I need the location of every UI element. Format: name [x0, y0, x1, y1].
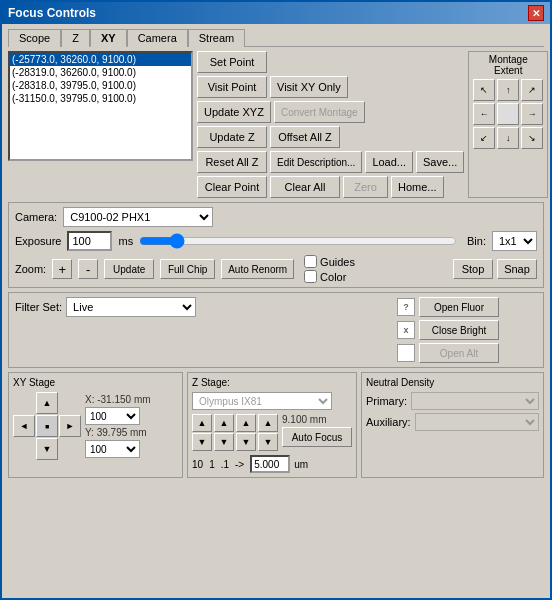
exposure-slider[interactable] — [139, 233, 457, 249]
tab-stream[interactable]: Stream — [188, 29, 245, 47]
montage-arrow-center[interactable] — [497, 103, 519, 125]
z-down-3[interactable]: ▼ — [236, 433, 256, 451]
exposure-label: Exposure — [15, 235, 61, 247]
zoom-plus-button[interactable]: + — [52, 259, 72, 279]
auxiliary-label: Auxiliary: — [366, 416, 411, 428]
color-checkbox[interactable] — [304, 270, 317, 283]
z-up-3[interactable]: ▲ — [236, 414, 256, 432]
tab-z[interactable]: Z — [61, 29, 90, 47]
primary-select[interactable] — [411, 392, 539, 410]
z-up-1[interactable]: ▲ — [192, 414, 212, 432]
exposure-input[interactable] — [67, 231, 112, 251]
montage-extent-panel: Montage Extent ↖ ↑ ↗ ← → ↙ ↓ ↘ — [468, 51, 548, 198]
button-row-4: Update Z Offset All Z — [197, 126, 464, 148]
y-step-select[interactable]: 100 — [85, 440, 140, 458]
xy-arrow-pad: ▲ ◄ ■ ► ▼ — [13, 392, 81, 460]
xy-left-button[interactable]: ◄ — [13, 415, 35, 437]
tab-camera[interactable]: Camera — [127, 29, 188, 47]
z-stage-panel: Z Stage: Olympus IX81 ▲ ▼ ▲ ▼ — [187, 372, 357, 478]
montage-arrow-up[interactable]: ↑ — [497, 79, 519, 101]
xy-right-button[interactable]: ► — [59, 415, 81, 437]
load-button[interactable]: Load... — [365, 151, 413, 173]
z-stage-select[interactable]: Olympus IX81 — [192, 392, 332, 410]
edit-description-button[interactable]: Edit Description... — [270, 151, 362, 173]
visit-xy-only-button[interactable]: Visit XY Only — [270, 76, 348, 98]
point-list-item[interactable]: (-25773.0, 36260.0, 9100.0) — [10, 53, 191, 66]
auxiliary-select[interactable] — [415, 413, 539, 431]
x-step-row: 100 — [85, 407, 151, 425]
xy-up-button[interactable]: ▲ — [36, 392, 58, 414]
point-list-item[interactable]: (-28319.0, 36260.0, 9100.0) — [10, 66, 191, 79]
point-list-item[interactable]: (-31150.0, 39795.0, 9100.0) — [10, 92, 191, 105]
update-button[interactable]: Update — [104, 259, 154, 279]
montage-arrow-ur[interactable]: ↗ — [521, 79, 543, 101]
close-bright-button[interactable]: Close Bright — [419, 320, 499, 340]
button-row-3: Update XYZ Convert Montage — [197, 101, 464, 123]
camera-label: Camera: — [15, 211, 57, 223]
z-down-2[interactable]: ▼ — [214, 433, 234, 451]
close-button[interactable]: ✕ — [528, 5, 544, 21]
x-label: X: -31.150 mm — [85, 394, 151, 405]
home-button[interactable]: Home... — [391, 176, 444, 198]
guides-checkbox-label[interactable]: Guides — [304, 255, 355, 268]
update-z-button[interactable]: Update Z — [197, 126, 267, 148]
full-chip-button[interactable]: Full Chip — [160, 259, 215, 279]
point-list-item[interactable]: (-28318.0, 39795.0, 9100.0) — [10, 79, 191, 92]
z-down-4[interactable]: ▼ — [258, 433, 278, 451]
z-up-4[interactable]: ▲ — [258, 414, 278, 432]
update-xyz-button[interactable]: Update XYZ — [197, 101, 271, 123]
snap-button[interactable]: Snap — [497, 259, 537, 279]
open-fluor-row: ? Open Fluor — [397, 297, 537, 317]
z-down-1[interactable]: ▼ — [192, 433, 212, 451]
filter-label: Filter Set: — [15, 301, 62, 313]
tab-xy[interactable]: XY — [90, 29, 127, 47]
auto-renorm-button[interactable]: Auto Renorm — [221, 259, 294, 279]
z-col-4: ▲ ▼ — [258, 414, 278, 451]
montage-arrow-dr[interactable]: ↘ — [521, 127, 543, 149]
zoom-row: Zoom: + - Update Full Chip Auto Renorm G… — [15, 255, 537, 283]
step-input[interactable] — [250, 455, 290, 473]
set-point-button[interactable]: Set Point — [197, 51, 267, 73]
xy-stage-title: XY Stage — [13, 377, 178, 388]
montage-arrow-ul[interactable]: ↖ — [473, 79, 495, 101]
zoom-minus-button[interactable]: - — [78, 259, 98, 279]
save-button[interactable]: Save... — [416, 151, 464, 173]
y-label: Y: 39.795 mm — [85, 427, 147, 438]
clear-point-button[interactable]: Clear Point — [197, 176, 267, 198]
neutral-density-panel: Neutral Density Primary: Auxiliary: — [361, 372, 544, 478]
z-up-2[interactable]: ▲ — [214, 414, 234, 432]
clear-all-button[interactable]: Clear All — [270, 176, 340, 198]
open-fluor-button[interactable]: Open Fluor — [419, 297, 499, 317]
open-alt-button[interactable]: Open Alt — [419, 343, 499, 363]
reset-all-z-button[interactable]: Reset All Z — [197, 151, 267, 173]
auto-focus-button[interactable]: Auto Focus — [282, 427, 352, 447]
stop-button[interactable]: Stop — [453, 259, 493, 279]
bin-select[interactable]: 1x12x24x4 — [492, 231, 537, 251]
convert-montage-button[interactable]: Convert Montage — [274, 101, 365, 123]
color-label: Color — [320, 271, 346, 283]
nd-title: Neutral Density — [366, 377, 539, 388]
camera-select[interactable]: C9100-02 PHX1 — [63, 207, 213, 227]
z-mm-value: 9.100 mm — [282, 414, 352, 425]
z-col-2: ▲ ▼ — [214, 414, 234, 451]
guides-checkbox[interactable] — [304, 255, 317, 268]
xy-stage-controls: ▲ ◄ ■ ► ▼ X: -31.150 mm — [13, 392, 178, 460]
filter-select[interactable]: Live — [66, 297, 196, 317]
primary-label: Primary: — [366, 395, 407, 407]
montage-arrow-dl[interactable]: ↙ — [473, 127, 495, 149]
xy-fields: X: -31.150 mm 100 Y: 39.795 mm — [85, 394, 151, 458]
montage-arrow-left[interactable]: ← — [473, 103, 495, 125]
visit-point-button[interactable]: Visit Point — [197, 76, 267, 98]
xy-center-button[interactable]: ■ — [36, 415, 58, 437]
tab-scope[interactable]: Scope — [8, 29, 61, 47]
montage-arrow-down[interactable]: ↓ — [497, 127, 519, 149]
offset-all-z-button[interactable]: Offset All Z — [270, 126, 340, 148]
point-list[interactable]: (-25773.0, 36260.0, 9100.0) (-28319.0, 3… — [8, 51, 193, 161]
y-step-row: 100 — [85, 440, 151, 458]
xy-down-button[interactable]: ▼ — [36, 438, 58, 460]
zero-button[interactable]: Zero — [343, 176, 388, 198]
x-step-select[interactable]: 100 — [85, 407, 140, 425]
color-checkbox-label[interactable]: Color — [304, 270, 355, 283]
button-row-5: Reset All Z Edit Description... Load... … — [197, 151, 464, 173]
montage-arrow-right[interactable]: → — [521, 103, 543, 125]
